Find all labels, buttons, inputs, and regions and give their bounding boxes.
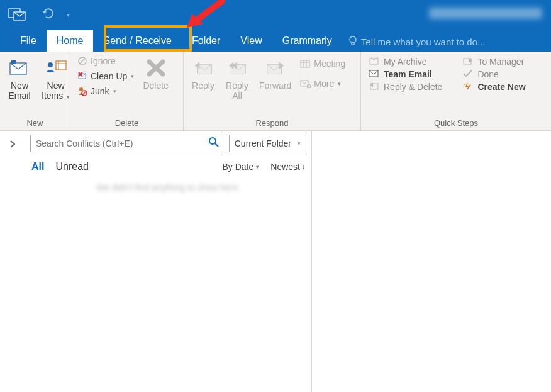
qs-to-manager-label: To Manager <box>477 57 524 67</box>
sort-by-date[interactable]: By Date ▾ <box>223 162 260 172</box>
svg-point-15 <box>79 87 83 91</box>
svg-rect-23 <box>301 60 309 67</box>
svg-point-2 <box>350 36 356 43</box>
qs-team-email-label: Team Email <box>384 69 432 79</box>
cleanup-button[interactable]: Clean Up▾ <box>74 69 136 83</box>
svg-point-34 <box>209 138 216 144</box>
tab-file[interactable]: File <box>10 30 47 52</box>
reply-all-label: Reply All <box>226 81 248 101</box>
qs-my-archive-label: My Archive <box>384 57 426 67</box>
tell-me-placeholder: Tell me what you want to do... <box>361 36 486 47</box>
delete-label: Delete <box>143 81 168 91</box>
group-label-delete: Delete <box>74 118 179 129</box>
tab-home[interactable]: Home <box>47 30 94 52</box>
meeting-button[interactable]: Meeting <box>298 57 348 70</box>
app-icon <box>6 5 29 24</box>
to-manager-icon <box>462 57 474 67</box>
group-label-new: New <box>4 118 66 129</box>
ribbon-group-quicksteps: My Archive Team Email Reply & Delete To … <box>361 52 551 130</box>
svg-rect-3 <box>352 43 354 45</box>
junk-icon <box>77 86 88 97</box>
meeting-icon <box>300 58 311 69</box>
done-icon <box>462 69 474 79</box>
ribbon-group-respond: Reply Reply All Forward Meeting More▾ <box>184 52 361 130</box>
expand-nav-chevron-icon[interactable] <box>9 140 16 392</box>
svg-point-33 <box>464 84 465 85</box>
qs-create-new[interactable]: Create New <box>459 82 529 92</box>
search-scope-dropdown[interactable]: Current Folder ▾ <box>229 135 306 152</box>
junk-button[interactable]: Junk▾ <box>74 84 136 98</box>
group-label-quicksteps: Quick Steps <box>365 118 547 129</box>
undo-icon[interactable] <box>42 8 54 21</box>
tab-folder[interactable]: Folder <box>182 30 230 52</box>
reply-all-button[interactable]: Reply All <box>221 54 253 118</box>
junk-label: Junk <box>91 86 109 96</box>
empty-message: We didn't find anything to show here. <box>25 176 311 199</box>
group-label-respond: Respond <box>187 118 357 129</box>
title-bar: ▾ <box>0 0 551 29</box>
delete-button[interactable]: Delete <box>139 54 172 118</box>
ribbon-group-new: New Email New Items ▾ New <box>0 52 70 130</box>
cleanup-icon <box>77 70 88 82</box>
svg-line-17 <box>82 91 86 95</box>
more-button[interactable]: More▾ <box>298 77 348 91</box>
tell-me-search[interactable]: Tell me what you want to do... <box>342 32 492 52</box>
qat-customize-icon[interactable]: ▾ <box>67 11 70 18</box>
nav-pane-collapsed <box>0 131 25 392</box>
svg-rect-7 <box>56 61 66 70</box>
search-scope-label: Current Folder <box>235 138 291 148</box>
meeting-label: Meeting <box>314 59 345 69</box>
qs-create-new-label: Create New <box>477 82 525 92</box>
create-new-icon <box>462 82 474 92</box>
team-email-icon <box>369 69 380 79</box>
delete-icon <box>144 57 168 79</box>
archive-icon <box>369 57 380 67</box>
forward-label: Forward <box>259 81 291 91</box>
new-email-button[interactable]: New Email <box>4 54 35 118</box>
cleanup-label: Clean Up <box>91 71 127 81</box>
filter-row: All Unread By Date ▾ Newest ↓ <box>25 157 311 176</box>
forward-button[interactable]: Forward <box>255 54 295 118</box>
sort-newest[interactable]: Newest ↓ <box>270 162 305 172</box>
ignore-label: Ignore <box>91 56 116 66</box>
qs-my-archive[interactable]: My Archive <box>365 57 446 67</box>
reply-icon <box>191 57 215 79</box>
ignore-icon <box>77 55 88 67</box>
message-list-pane: Current Folder ▾ All Unread By Date ▾ Ne… <box>25 131 312 392</box>
filter-unread[interactable]: Unread <box>55 161 88 172</box>
bulb-icon <box>348 36 357 48</box>
qs-team-email[interactable]: Team Email <box>365 69 446 79</box>
qs-reply-delete[interactable]: Reply & Delete <box>365 82 446 92</box>
search-box[interactable] <box>30 135 225 152</box>
qs-to-manager[interactable]: To Manager <box>459 57 529 67</box>
reply-delete-icon <box>369 82 380 92</box>
ignore-button[interactable]: Ignore <box>74 54 136 68</box>
svg-line-11 <box>80 59 85 64</box>
new-items-button[interactable]: New Items ▾ <box>38 54 74 118</box>
chevron-down-icon: ▾ <box>298 140 301 147</box>
new-items-icon <box>44 57 68 79</box>
reading-pane <box>312 131 551 392</box>
search-input[interactable] <box>36 138 208 148</box>
svg-line-35 <box>215 143 218 147</box>
qs-done[interactable]: Done <box>459 69 529 79</box>
ribbon: New Email New Items ▾ New Ignore Clean U… <box>0 52 551 131</box>
filter-all[interactable]: All <box>31 161 44 172</box>
window-title-blurred <box>429 8 542 19</box>
search-icon[interactable] <box>208 137 220 150</box>
qs-reply-delete-label: Reply & Delete <box>384 82 442 92</box>
svg-point-6 <box>48 62 53 67</box>
more-label: More <box>314 79 334 89</box>
content-row: Current Folder ▾ All Unread By Date ▾ Ne… <box>0 131 551 392</box>
reply-all-icon <box>225 57 249 79</box>
tab-grammarly[interactable]: Grammarly <box>272 30 342 52</box>
reply-button[interactable]: Reply <box>187 54 219 118</box>
tab-send-receive[interactable]: Send / Receive <box>93 30 182 52</box>
tab-view[interactable]: View <box>230 30 272 52</box>
reply-label: Reply <box>192 81 214 91</box>
new-email-label: New Email <box>8 81 30 101</box>
new-email-icon <box>8 57 31 79</box>
forward-icon <box>264 57 287 79</box>
qs-done-label: Done <box>477 69 498 79</box>
ribbon-tabs: File Home Send / Receive Folder View Gra… <box>0 29 551 52</box>
